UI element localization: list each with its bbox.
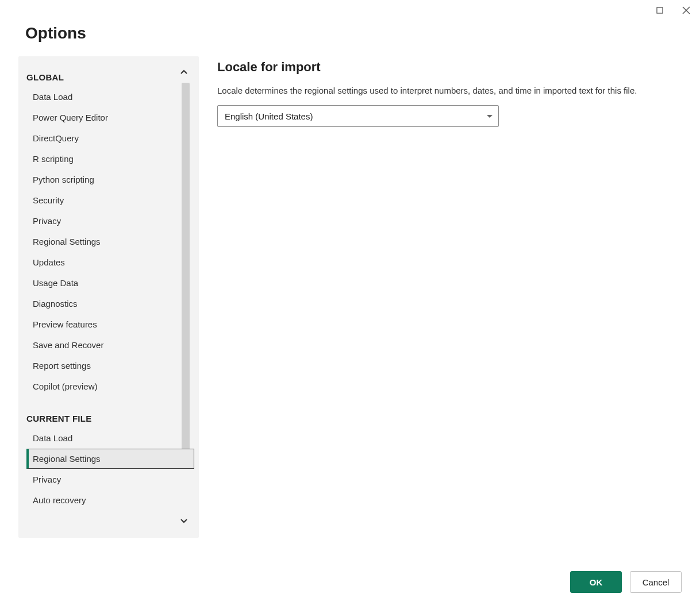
- sidebar-item-global-security[interactable]: Security: [26, 190, 194, 210]
- sidebar-item-cf-data-load[interactable]: Data Load: [26, 428, 194, 448]
- dialog-footer: OK Cancel: [18, 561, 682, 595]
- dropdown-caret-icon: [487, 115, 493, 118]
- dialog-title: Options: [25, 24, 682, 43]
- sidebar-item-cf-privacy[interactable]: Privacy: [26, 469, 194, 489]
- sidebar-item-global-updates[interactable]: Updates: [26, 252, 194, 272]
- sidebar-item-global-save-and-recover[interactable]: Save and Recover: [26, 335, 194, 355]
- sidebar-item-global-usage-data[interactable]: Usage Data: [26, 273, 194, 293]
- sidebar-item-global-diagnostics[interactable]: Diagnostics: [26, 294, 194, 314]
- locale-select-value: English (United States): [225, 111, 313, 121]
- options-dialog: Options GLOBAL Data Load Power Query Edi…: [0, 21, 700, 609]
- maximize-button[interactable]: [652, 2, 668, 18]
- sidebar-item-global-privacy[interactable]: Privacy: [26, 211, 194, 231]
- sidebar-item-global-directquery[interactable]: DirectQuery: [26, 128, 194, 148]
- sidebar-scroll-region: GLOBAL Data Load Power Query Editor Dire…: [26, 68, 194, 526]
- sidebar-item-global-power-query-editor[interactable]: Power Query Editor: [26, 107, 194, 128]
- sidebar-item-global-r-scripting[interactable]: R scripting: [26, 149, 194, 169]
- ok-button[interactable]: OK: [570, 571, 622, 593]
- sidebar-section-global: GLOBAL: [26, 72, 194, 82]
- sidebar-item-cf-auto-recovery[interactable]: Auto recovery: [26, 490, 194, 510]
- sidebar: GLOBAL Data Load Power Query Editor Dire…: [18, 56, 199, 538]
- content-heading: Locale for import: [217, 60, 682, 75]
- sidebar-section-current-file: CURRENT FILE: [26, 414, 194, 423]
- sidebar-item-global-regional-settings[interactable]: Regional Settings: [26, 232, 194, 252]
- dialog-body: GLOBAL Data Load Power Query Editor Dire…: [18, 56, 682, 561]
- locale-select[interactable]: English (United States): [217, 105, 499, 127]
- close-icon: [682, 6, 690, 14]
- cancel-button[interactable]: Cancel: [630, 571, 682, 593]
- sidebar-item-global-copilot-preview[interactable]: Copilot (preview): [26, 376, 194, 396]
- svg-rect-0: [657, 7, 663, 13]
- close-button[interactable]: [678, 2, 694, 18]
- sidebar-item-global-preview-features[interactable]: Preview features: [26, 314, 194, 334]
- sidebar-item-global-report-settings[interactable]: Report settings: [26, 356, 194, 376]
- sidebar-item-cf-regional-settings[interactable]: Regional Settings: [26, 449, 194, 469]
- maximize-icon: [656, 7, 663, 14]
- content-description: Locale determines the regional settings …: [217, 84, 643, 97]
- sidebar-item-global-python-scripting[interactable]: Python scripting: [26, 169, 194, 190]
- content-pane: Locale for import Locale determines the …: [217, 56, 682, 561]
- sidebar-item-global-data-load[interactable]: Data Load: [26, 87, 194, 107]
- titlebar: [0, 0, 700, 21]
